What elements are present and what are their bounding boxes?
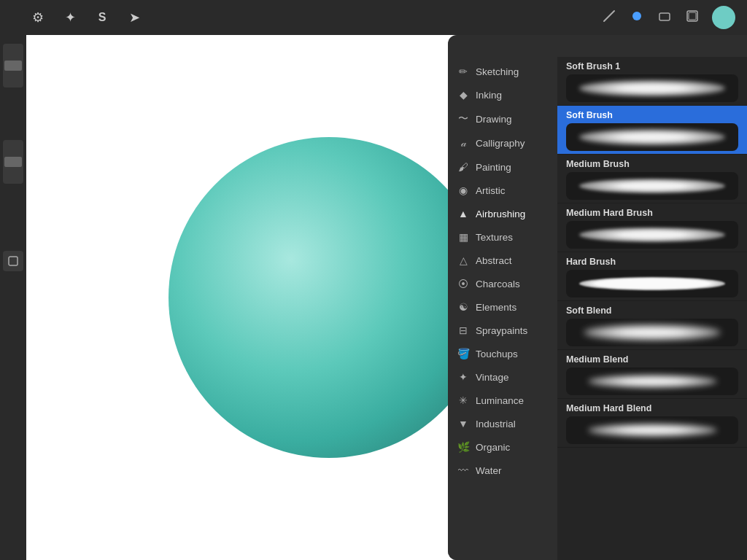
brush-panel-header [448,35,747,57]
category-item-vintage[interactable]: ✦ Vintage [448,365,557,389]
cat-icon-industrial: ▼ [457,418,470,429]
brush-stroke-medium-hard-brush [566,221,738,249]
cat-label-charcoals: Charcoals [476,279,520,289]
cat-icon-water: 〰 [457,464,470,476]
brush-list: Soft Brush 1 Soft Brush Medium Brush Med… [557,57,747,560]
layers-tool-icon[interactable] [684,8,700,28]
cat-label-artistic: Artistic [476,185,506,196]
brush-label-hard-brush: Hard Brush [566,257,738,267]
svg-rect-5 [9,257,18,265]
main-area: ↩ ⊕ ✏ Sketching ◆ Inking 〜 Drawing 𝒶 Cal… [0,35,747,560]
cat-icon-inking: ◆ [457,89,470,101]
canvas-circle [169,137,489,458]
brush-item-soft-brush-1[interactable]: Soft Brush 1 [557,57,747,106]
brush-item-soft-brush[interactable]: Soft Brush [557,106,747,155]
brush-tool-icon[interactable] [629,8,645,28]
right-tools [601,6,735,29]
category-item-artistic[interactable]: ◉ Artistic [448,179,557,202]
top-bar: ⚙ ✦ S ➤ [0,0,747,35]
brush-item-medium-brush[interactable]: Medium Brush [557,155,747,203]
brush-panel-body: ✏ Sketching ◆ Inking 〜 Drawing 𝒶 Calligr… [448,57,747,560]
category-item-textures[interactable]: ▦ Textures [448,225,557,249]
cat-icon-sketching: ✏ [457,66,470,77]
cat-label-vintage: Vintage [476,372,509,383]
cat-label-industrial: Industrial [476,419,516,429]
brush-label-medium-brush: Medium Brush [566,159,738,169]
brush-stroke-soft-blend [566,319,738,346]
category-item-calligraphy[interactable]: 𝒶 Calligraphy [448,131,557,155]
cat-icon-calligraphy: 𝒶 [457,137,470,149]
category-item-touchups[interactable]: 🪣 Touchups [448,342,557,365]
wrench-icon[interactable]: ⚙ [26,6,50,29]
brush-stroke-hard-brush [566,270,738,298]
brush-stroke-inner-soft-brush [579,129,726,145]
cat-icon-organic: 🌿 [457,441,470,453]
cat-label-touchups: Touchups [476,349,518,359]
category-item-drawing[interactable]: 〜 Drawing [448,106,557,131]
category-item-spraypaints[interactable]: ⊟ Spraypaints [448,319,557,342]
cat-label-luminance: Luminance [476,395,524,406]
category-item-industrial[interactable]: ▼ Industrial [448,412,557,435]
cat-label-elements: Elements [476,302,516,313]
category-item-charcoals[interactable]: ⦿ Charcoals [448,272,557,295]
cat-icon-abstract: △ [457,254,470,266]
brush-stroke-inner-medium-hard-brush [579,228,726,242]
opacity-slider[interactable] [3,140,23,184]
brush-stroke-inner-soft-brush-1 [579,80,726,96]
brush-size-slider[interactable] [3,44,23,88]
brush-item-medium-hard-brush[interactable]: Medium Hard Brush [557,203,747,252]
eraser-tool-icon[interactable] [657,8,673,28]
brush-library-panel: ✏ Sketching ◆ Inking 〜 Drawing 𝒶 Calligr… [448,35,747,560]
cat-icon-drawing: 〜 [457,112,470,125]
brush-stroke-medium-blend [566,368,738,395]
brush-label-medium-hard-brush: Medium Hard Brush [566,208,738,218]
svg-rect-2 [659,13,670,20]
cat-label-drawing: Drawing [476,114,512,125]
cat-icon-airbrushing: ▲ [457,208,470,219]
cat-icon-spraypaints: ⊟ [457,324,470,336]
avatar[interactable] [712,6,735,29]
brush-stroke-soft-brush [566,123,738,151]
brush-stroke-medium-hard-blend [566,416,738,444]
svg-point-1 [632,12,641,20]
brush-stroke-inner-medium-blend [588,375,717,388]
cat-label-inking: Inking [476,90,502,101]
category-item-sketching[interactable]: ✏ Sketching [448,60,557,83]
cat-label-sketching: Sketching [476,66,519,77]
brush-item-medium-blend[interactable]: Medium Blend [557,350,747,399]
brush-label-soft-brush-1: Soft Brush 1 [566,61,738,71]
category-item-organic[interactable]: 🌿 Organic [448,435,557,459]
square-tool-btn[interactable] [3,251,23,271]
brush-stroke-inner-medium-hard-blend [588,424,717,437]
cat-label-calligraphy: Calligraphy [476,138,525,149]
smudge-icon[interactable]: S [90,6,114,29]
adjust-icon[interactable]: ✦ [58,6,82,29]
brush-item-medium-hard-blend[interactable]: Medium Hard Blend [557,399,747,448]
category-list: ✏ Sketching ◆ Inking 〜 Drawing 𝒶 Calligr… [448,57,557,560]
cat-label-water: Water [476,465,502,476]
brush-label-medium-hard-blend: Medium Hard Blend [566,403,738,413]
cat-icon-luminance: ✳ [457,394,470,406]
cat-label-organic: Organic [476,442,510,453]
brush-item-soft-blend[interactable]: Soft Blend [557,301,747,350]
cat-label-textures: Textures [476,232,513,243]
category-item-painting[interactable]: 🖌 Painting [448,155,557,179]
cat-label-spraypaints: Spraypaints [476,325,527,336]
category-item-elements[interactable]: ☯ Elements [448,295,557,319]
cat-icon-charcoals: ⦿ [457,278,470,289]
svg-line-0 [604,11,614,21]
category-item-water[interactable]: 〰 Water [448,459,557,482]
svg-rect-4 [689,12,696,20]
category-item-airbrushing[interactable]: ▲ Airbrushing [448,202,557,225]
cat-icon-artistic: ◉ [457,184,470,196]
pen-tool-icon[interactable] [601,8,617,28]
brush-label-medium-blend: Medium Blend [566,354,738,365]
arrow-icon[interactable]: ➤ [123,6,146,29]
category-item-abstract[interactable]: △ Abstract [448,249,557,272]
brush-item-hard-brush[interactable]: Hard Brush [557,252,747,301]
category-item-luminance[interactable]: ✳ Luminance [448,389,557,412]
brush-stroke-soft-brush-1 [566,74,738,102]
cat-label-airbrushing: Airbrushing [476,209,525,219]
cat-icon-elements: ☯ [457,301,470,313]
category-item-inking[interactable]: ◆ Inking [448,83,557,106]
